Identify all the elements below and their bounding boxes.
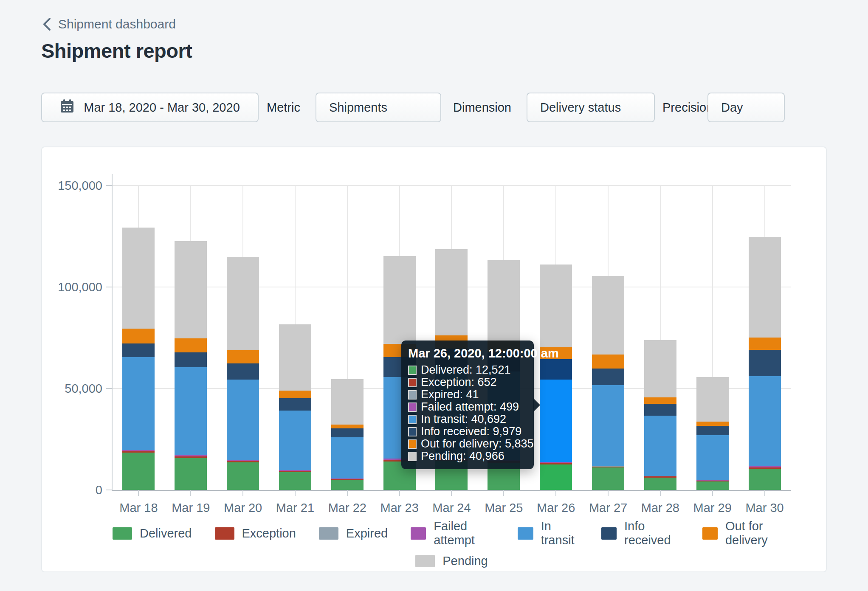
bar-segment-info-received[interactable] (749, 350, 781, 376)
stacked-bar-mar-26[interactable] (540, 265, 572, 490)
bar-segment-in-transit[interactable] (279, 411, 311, 470)
x-axis-label: Mar 27 (589, 501, 627, 515)
legend-item-out-for-delivery[interactable]: Out for delivery (702, 519, 791, 547)
bar-segment-in-transit[interactable] (227, 380, 259, 460)
legend-item-in-transit[interactable]: In transit (518, 519, 578, 547)
legend-swatch (113, 527, 132, 540)
bar-segment-info-received[interactable] (175, 352, 207, 367)
bar-segment-delivered[interactable] (644, 478, 676, 490)
bar-segment-info-received[interactable] (644, 404, 676, 416)
bar-segment-out-for-delivery[interactable] (592, 355, 624, 369)
legend-swatch (702, 527, 718, 540)
bar-segment-in-transit[interactable] (592, 385, 624, 466)
bar-segment-in-transit[interactable] (175, 367, 207, 455)
stacked-bar-mar-18[interactable] (122, 228, 155, 490)
legend-row: Pending (415, 554, 488, 568)
metric-select[interactable]: Shipments (316, 93, 441, 122)
stacked-bar-mar-30[interactable] (749, 237, 781, 490)
stacked-bar-mar-28[interactable] (644, 340, 676, 490)
tooltip-series-value: Exception: 652 (421, 376, 497, 389)
day-slot-mar-20: Mar 20 (217, 174, 269, 490)
legend-item-delivered[interactable]: Delivered (113, 519, 192, 547)
bar-segment-delivered[interactable] (331, 480, 364, 490)
bar-segment-out-for-delivery[interactable] (749, 338, 781, 350)
stacked-bar-mar-22[interactable] (331, 379, 364, 490)
bar-segment-pending[interactable] (122, 228, 155, 329)
dimension-select[interactable]: Delivery status (527, 93, 655, 122)
bar-segment-info-received[interactable] (279, 398, 311, 410)
legend-swatch (319, 527, 338, 540)
bar-segment-in-transit[interactable] (749, 376, 781, 466)
bar-segment-out-for-delivery[interactable] (122, 329, 155, 343)
legend-item-failed-attempt[interactable]: Failed attempt (411, 519, 495, 547)
bar-segment-in-transit[interactable] (331, 437, 364, 478)
bar-segment-pending[interactable] (227, 257, 259, 350)
x-axis-label: Mar 26 (537, 501, 575, 515)
stacked-bar-mar-29[interactable] (696, 377, 729, 490)
bar-segment-info-received[interactable] (331, 428, 364, 437)
back-link[interactable]: Shipment dashboard (41, 17, 176, 31)
legend-item-expired[interactable]: Expired (319, 519, 388, 547)
legend-swatch (415, 555, 435, 567)
bar-segment-delivered[interactable] (227, 462, 259, 490)
x-axis-tick (555, 490, 556, 496)
legend-item-exception[interactable]: Exception (215, 519, 296, 547)
bar-segment-pending[interactable] (488, 260, 520, 341)
bar-segment-out-for-delivery[interactable] (279, 391, 311, 399)
bar-segment-in-transit[interactable] (696, 435, 729, 480)
tooltip-row: Out for delivery: 5,835 (408, 438, 525, 450)
bar-segment-info-received[interactable] (540, 359, 572, 380)
bar-segment-pending[interactable] (383, 256, 416, 344)
bar-segment-out-for-delivery[interactable] (175, 338, 207, 352)
bar-segment-pending[interactable] (644, 340, 676, 397)
stacked-bar-mar-19[interactable] (175, 241, 207, 490)
bar-segment-delivered[interactable] (592, 467, 624, 490)
bar-segment-info-received[interactable] (592, 369, 624, 385)
precision-label: Precision (662, 93, 713, 122)
tooltip-series-swatch (408, 439, 417, 449)
bar-segment-delivered[interactable] (749, 469, 781, 490)
bar-segment-in-transit[interactable] (540, 380, 572, 462)
stacked-bar-mar-21[interactable] (279, 324, 311, 490)
bar-segment-out-for-delivery[interactable] (696, 422, 729, 426)
date-range-button[interactable]: Mar 18, 2020 - Mar 30, 2020 (41, 93, 259, 122)
precision-select[interactable]: Day (707, 93, 785, 122)
tooltip-series-swatch (408, 415, 417, 424)
bar-segment-delivered[interactable] (696, 481, 729, 490)
bar-segment-info-received[interactable] (696, 426, 729, 435)
legend-row: DeliveredExceptionExpiredFailed attemptI… (113, 519, 791, 547)
bar-segment-info-received[interactable] (122, 343, 155, 357)
legend-label: Out for delivery (725, 519, 791, 547)
bar-segment-info-received[interactable] (227, 363, 259, 380)
bar-segment-in-transit[interactable] (644, 416, 676, 476)
bar-segment-delivered[interactable] (175, 458, 207, 490)
day-slot-mar-18: Mar 18 (113, 174, 165, 490)
tooltip-series-value: Out for delivery: 5,835 (421, 437, 534, 450)
page-title: Shipment report (41, 39, 192, 62)
legend-item-pending[interactable]: Pending (415, 554, 488, 568)
day-slot-mar-22: Mar 22 (321, 174, 373, 490)
bar-segment-pending[interactable] (540, 265, 572, 348)
bar-segment-pending[interactable] (331, 379, 364, 425)
y-axis-tick (106, 287, 112, 287)
bar-segment-pending[interactable] (749, 237, 781, 338)
dimension-select-value: Delivery status (540, 101, 621, 115)
stacked-bar-mar-20[interactable] (227, 257, 259, 490)
bar-segment-delivered[interactable] (540, 464, 572, 490)
bar-segment-delivered[interactable] (279, 472, 311, 490)
y-axis-tick (106, 388, 112, 389)
tooltip-series-swatch (408, 402, 417, 412)
bar-segment-pending[interactable] (175, 241, 207, 338)
bar-segment-out-for-delivery[interactable] (644, 397, 676, 404)
bar-segment-out-for-delivery[interactable] (331, 425, 364, 428)
legend-item-info-received[interactable]: Info received (601, 519, 679, 547)
bar-segment-pending[interactable] (696, 377, 729, 422)
bar-segment-pending[interactable] (592, 276, 624, 355)
bar-segment-pending[interactable] (435, 249, 468, 335)
stacked-bar-mar-27[interactable] (592, 276, 624, 490)
bar-segment-delivered[interactable] (122, 453, 155, 490)
bar-segment-in-transit[interactable] (122, 357, 155, 450)
legend-label: In transit (541, 519, 578, 547)
bar-segment-pending[interactable] (279, 324, 311, 390)
bar-segment-out-for-delivery[interactable] (227, 350, 259, 363)
